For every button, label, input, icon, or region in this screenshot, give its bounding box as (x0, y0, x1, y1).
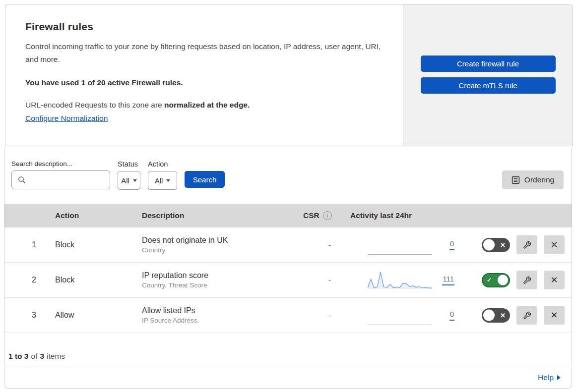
help-bar: Help (4, 367, 572, 389)
ordering-button[interactable]: Ordering (502, 170, 564, 189)
delete-rule-button[interactable]: ✕ (544, 306, 565, 325)
activity-column-header: Activity last 24hr (344, 211, 460, 220)
wrench-icon (523, 311, 531, 320)
create-firewall-rule-button[interactable]: Create firewall rule (421, 56, 556, 72)
search-input[interactable] (11, 170, 110, 189)
wrench-icon (523, 276, 531, 284)
status-selected-value: All (121, 176, 129, 185)
rule-action: Block (50, 240, 137, 249)
wrench-icon (523, 241, 531, 249)
activity-sparkline (368, 270, 432, 290)
edit-rule-button[interactable] (516, 235, 537, 254)
usage-summary: You have used 1 of 20 active Firewall ru… (25, 78, 383, 87)
rules-card: Search description... Status All Action (4, 147, 572, 365)
action-label: Action (148, 160, 177, 168)
rule-csr-value: - (297, 311, 344, 320)
configure-normalization-link[interactable]: Configure Normalization (25, 114, 108, 123)
ordering-button-label: Ordering (524, 175, 554, 184)
activity-count-link[interactable]: 0 (449, 310, 454, 321)
filter-bar: Search description... Status All Action (4, 147, 572, 204)
help-link[interactable]: Help (538, 373, 561, 382)
action-column-header: Action (50, 211, 137, 220)
rule-fields: IP Source Address (142, 317, 297, 324)
close-icon: ✕ (550, 275, 558, 285)
delete-rule-button[interactable]: ✕ (544, 271, 565, 289)
rule-controls: ✓ ✕ (460, 271, 572, 289)
normalization-text: URL-encoded Requests to this zone are (25, 101, 164, 109)
page-description: Control incoming traffic to your zone by… (25, 40, 383, 66)
toggle-state-icon: ✓ (487, 277, 492, 283)
search-group: Search description... (11, 160, 110, 189)
csr-column-header: CSR i (297, 211, 344, 220)
actions-panel: Create firewall rule Create mTLS rule (403, 4, 573, 146)
rule-description-cell: Allow listed IPs IP Source Address (137, 306, 297, 324)
action-filter-group: Action All (148, 160, 177, 190)
rule-priority: 2 (4, 276, 50, 284)
rule-csr-value: - (297, 241, 344, 249)
rule-enabled-toggle[interactable]: ✕ (482, 238, 510, 252)
pagination-of: of (31, 352, 37, 361)
rule-controls: ✕ ✕ (460, 306, 572, 325)
description-column-header: Description (137, 211, 297, 220)
rule-enabled-toggle[interactable]: ✓ (482, 273, 510, 287)
activity-count-link[interactable]: 0 (449, 239, 454, 250)
arrow-right-icon (557, 375, 561, 380)
status-label: Status (118, 160, 140, 168)
info-icon[interactable]: i (323, 211, 332, 220)
toggle-state-icon: ✕ (500, 242, 506, 248)
rule-description-cell: Does not originate in UK Country (137, 236, 297, 254)
toggle-state-icon: ✕ (500, 312, 506, 319)
rule-description-cell: IP reputation score Country, Threat Scor… (137, 271, 297, 289)
table-row: 1 Block Does not originate in UK Country… (4, 227, 572, 263)
toggle-knob (483, 239, 495, 251)
pagination-total: 3 (40, 352, 44, 361)
rule-priority: 3 (4, 311, 50, 320)
action-select[interactable]: All (148, 171, 177, 190)
help-label: Help (538, 373, 554, 382)
status-select[interactable]: All (118, 171, 140, 190)
rule-priority: 1 (4, 240, 50, 249)
rule-description: IP reputation score (142, 271, 297, 280)
activity-sparkline (368, 305, 432, 325)
activity-count-link[interactable]: 111 (442, 275, 454, 285)
rule-activity-cell: 111 (344, 270, 460, 290)
search-button[interactable]: Search (185, 171, 225, 188)
close-icon: ✕ (550, 239, 558, 250)
rule-enabled-toggle[interactable]: ✕ (482, 308, 510, 323)
toggle-knob (498, 275, 508, 285)
toggle-knob (483, 310, 495, 321)
pagination-range: 1 to 3 (8, 352, 28, 361)
delete-rule-button[interactable]: ✕ (544, 235, 565, 254)
chevron-down-icon (133, 179, 137, 182)
create-mtls-rule-button[interactable]: Create mTLS rule (421, 77, 556, 94)
normalization-bold: normalized at the edge. (164, 101, 250, 109)
activity-sparkline (368, 235, 432, 255)
table-row: 3 Allow Allow listed IPs IP Source Addre… (4, 298, 572, 333)
rule-action: Allow (50, 311, 137, 320)
rule-fields: Country, Threat Score (142, 281, 297, 289)
page-title: Firewall rules (25, 21, 383, 33)
rule-controls: ✕ ✕ (460, 235, 572, 254)
header-card: Firewall rules Control incoming traffic … (5, 4, 573, 146)
firewall-rules-page: Firewall rules Control incoming traffic … (0, 0, 576, 392)
search-label: Search description... (11, 160, 110, 168)
csr-header-label: CSR (303, 211, 320, 220)
rule-activity-cell: 0 (344, 305, 460, 325)
action-selected-value: All (155, 176, 163, 185)
chevron-down-icon (166, 179, 170, 182)
edit-rule-button[interactable] (516, 271, 537, 289)
ordering-icon (512, 176, 520, 184)
rule-description: Does not originate in UK (142, 236, 297, 245)
table-header-row: Action Description CSR i Activity last 2… (4, 204, 572, 227)
rule-action: Block (50, 276, 137, 284)
table-row: 2 Block IP reputation score Country, Thr… (4, 263, 572, 298)
search-icon (18, 176, 26, 184)
rule-csr-value: - (297, 276, 344, 284)
status-filter-group: Status All (118, 160, 140, 190)
rule-activity-cell: 0 (344, 235, 460, 255)
rule-fields: Country (142, 246, 297, 254)
pagination-items: items (47, 352, 65, 361)
rule-description: Allow listed IPs (142, 306, 297, 315)
normalization-note: URL-encoded Requests to this zone are no… (25, 101, 383, 110)
edit-rule-button[interactable] (516, 306, 537, 325)
